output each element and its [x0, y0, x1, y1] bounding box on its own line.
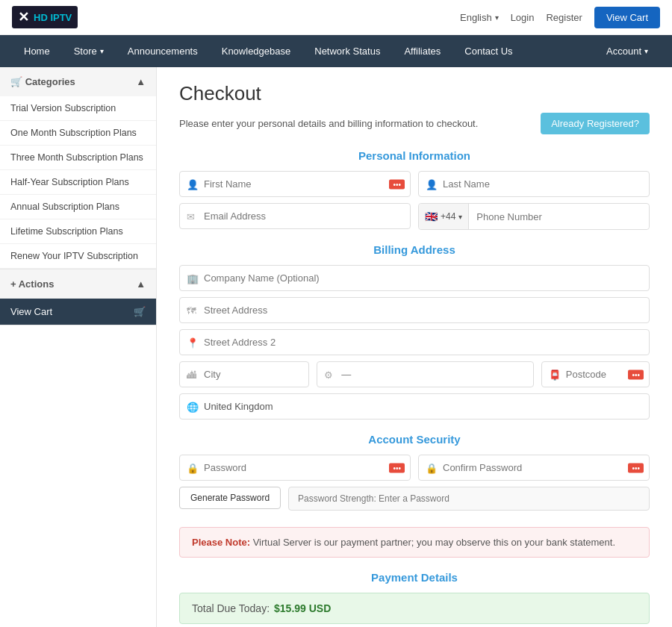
- required-badge: •••: [389, 463, 405, 472]
- payment-details-title: Payment Details: [179, 571, 650, 584]
- nav-store[interactable]: Store ▾: [62, 35, 116, 67]
- company-row: 🏢: [179, 265, 650, 291]
- notice-text: Virtual Server is our payment partner; y…: [253, 537, 615, 548]
- total-label: Total Due Today:: [192, 602, 270, 614]
- first-name-input[interactable]: [179, 171, 411, 197]
- sidebar-item-three-month[interactable]: Three Month Subscription Plans: [0, 146, 156, 170]
- sidebar-item-renew[interactable]: Renew Your IPTV Subscription: [0, 244, 156, 269]
- required-badge: •••: [628, 463, 644, 472]
- nav-contact-us[interactable]: Contact Us: [452, 35, 524, 67]
- logo-text: HD IPTV: [34, 12, 72, 23]
- user-icon: 👤: [187, 178, 199, 190]
- nav-affiliates[interactable]: Affiliates: [392, 35, 452, 67]
- notice-bold: Please Note:: [192, 537, 250, 548]
- street2-input[interactable]: [179, 329, 650, 355]
- map-icon: 🗺: [187, 305, 196, 316]
- map-icon: 📍: [187, 337, 199, 348]
- company-field: 🏢: [179, 265, 650, 291]
- cart-icon: 🛒: [134, 306, 146, 317]
- required-badge: •••: [389, 179, 405, 189]
- password-row: 🔒 ••• 🔒 •••: [179, 455, 650, 481]
- categories-header: 🛒 Categories ▲: [0, 67, 156, 96]
- sidebar-item-annual[interactable]: Annual Subscription Plans: [0, 195, 156, 219]
- postcode-icon: 📮: [549, 369, 561, 380]
- name-row: 👤 ••• 👤: [179, 171, 650, 197]
- view-cart-button[interactable]: View Cart: [594, 7, 660, 28]
- city-field: 🏙: [179, 361, 309, 387]
- cart-icon: 🛒 Categories: [10, 76, 75, 87]
- nav-announcements[interactable]: Announcements: [116, 35, 210, 67]
- chevron-down-icon: ▾: [100, 47, 104, 55]
- user-icon: 👤: [426, 178, 438, 190]
- state-input[interactable]: [317, 361, 533, 387]
- sidebar-item-lifetime[interactable]: Lifetime Subscription Plans: [0, 219, 156, 244]
- sidebar-item-half-year[interactable]: Half-Year Subscription Plans: [0, 170, 156, 195]
- country-field: 🌐: [179, 393, 650, 419]
- street1-input[interactable]: [179, 297, 650, 323]
- confirm-password-field: 🔒 •••: [418, 455, 650, 481]
- contact-row: ✉ 🇬🇧 +44 ▾: [179, 203, 650, 230]
- street1-field: 🗺: [179, 297, 650, 323]
- logo: ✕ HD IPTV: [12, 6, 78, 28]
- street1-row: 🗺: [179, 297, 650, 323]
- city-input[interactable]: [179, 361, 309, 387]
- plus-icon: + Actions: [10, 278, 54, 290]
- generate-password-button[interactable]: Generate Password: [179, 487, 281, 509]
- last-name-input[interactable]: [418, 171, 650, 197]
- email-field: ✉: [179, 203, 411, 230]
- sidebar-item-one-month[interactable]: One Month Subscription Plans: [0, 121, 156, 146]
- personal-info-title: Personal Information: [179, 149, 650, 162]
- phone-prefix-selector[interactable]: 🇬🇧 +44 ▾: [419, 204, 469, 229]
- main-layout: 🛒 Categories ▲ Trial Version Subscriptio…: [0, 67, 672, 627]
- lock-icon: 🔒: [187, 462, 199, 473]
- postcode-field: 📮 •••: [541, 361, 650, 387]
- nav-home[interactable]: Home: [12, 35, 62, 67]
- password-field: 🔒 •••: [179, 455, 411, 481]
- chevron-down-icon: ▾: [495, 13, 499, 22]
- language-selector[interactable]: English ▾: [460, 12, 499, 23]
- language-label: English: [460, 12, 492, 23]
- page-subtitle: Please enter your personal details and b…: [179, 113, 650, 134]
- sidebar: 🛒 Categories ▲ Trial Version Subscriptio…: [0, 67, 157, 627]
- sidebar-item-trial[interactable]: Trial Version Subscription: [0, 96, 156, 121]
- logo-x: ✕: [18, 9, 29, 25]
- confirm-password-input[interactable]: [418, 455, 650, 481]
- globe-icon: 🌐: [187, 401, 199, 412]
- city-icon: 🏙: [187, 369, 196, 380]
- email-input[interactable]: [179, 203, 411, 229]
- gen-strength-row: Generate Password Password Strength: Ent…: [179, 487, 650, 515]
- nav-knowledgebase[interactable]: Knowledgebase: [210, 35, 303, 67]
- phone-field: 🇬🇧 +44 ▾: [418, 203, 650, 230]
- page-title: Checkout: [179, 82, 650, 105]
- filter-icon: ⚙: [324, 369, 333, 380]
- notice-box: Please Note: Virtual Server is our payme…: [179, 527, 650, 558]
- building-icon: 🏢: [187, 272, 199, 284]
- street2-row: 📍: [179, 329, 650, 355]
- email-icon: ✉: [187, 211, 195, 222]
- first-name-field: 👤 •••: [179, 171, 411, 197]
- chevron-up-icon: ▲: [136, 278, 146, 290]
- sidebar-view-cart[interactable]: View Cart 🛒: [0, 299, 156, 325]
- country-input[interactable]: [179, 393, 650, 419]
- nav-bar: Home Store ▾ Announcements Knowledgebase…: [0, 35, 672, 67]
- register-link[interactable]: Register: [546, 12, 582, 23]
- login-link[interactable]: Login: [511, 12, 535, 23]
- lock-icon: 🔒: [426, 462, 438, 473]
- billing-address-title: Billing Address: [179, 243, 650, 256]
- top-bar: ✕ HD IPTV English ▾ Login Register View …: [0, 0, 672, 35]
- total-amount: $15.99 USD: [274, 602, 331, 614]
- company-input[interactable]: [179, 265, 650, 291]
- total-box: Total Due Today: $15.99 USD: [179, 593, 650, 624]
- already-registered-button[interactable]: Already Registered?: [541, 113, 650, 134]
- country-row: 🌐: [179, 393, 650, 419]
- street2-field: 📍: [179, 329, 650, 355]
- chevron-down-icon: ▾: [644, 47, 648, 55]
- nav-account[interactable]: Account ▾: [594, 35, 660, 67]
- required-badge: •••: [628, 369, 644, 379]
- chevron-up-icon: ▲: [136, 76, 146, 87]
- account-security-title: Account Security: [179, 433, 650, 446]
- nav-network-status[interactable]: Network Status: [302, 35, 392, 67]
- flag-icon: 🇬🇧: [425, 210, 438, 222]
- phone-input[interactable]: [469, 205, 649, 229]
- password-input[interactable]: [179, 455, 411, 481]
